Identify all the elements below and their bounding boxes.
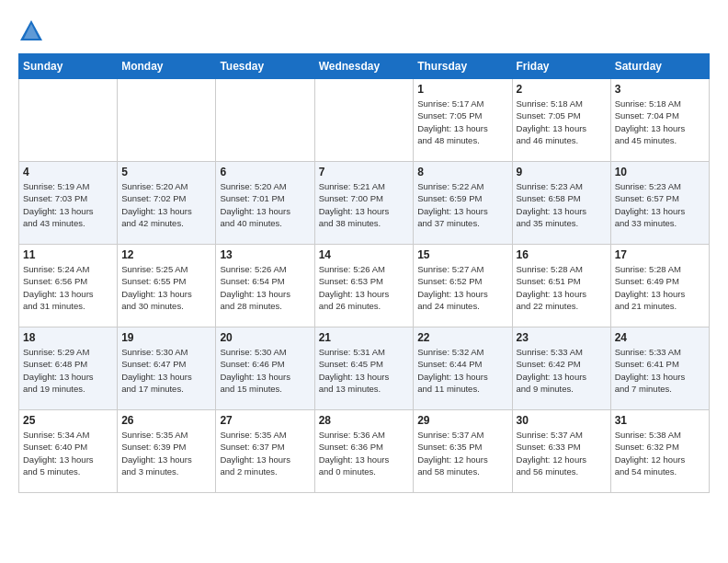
day-info: Sunrise: 5:29 AM Sunset: 6:48 PM Dayligh… (23, 346, 113, 395)
day-number: 17 (615, 248, 705, 261)
calendar-cell: 14Sunrise: 5:26 AM Sunset: 6:53 PM Dayli… (314, 245, 414, 327)
day-info: Sunrise: 5:21 AM Sunset: 7:00 PM Dayligh… (319, 180, 410, 229)
day-info: Sunrise: 5:18 AM Sunset: 7:05 PM Dayligh… (517, 98, 607, 146)
day-info: Sunrise: 5:23 AM Sunset: 6:57 PM Dayligh… (615, 180, 705, 229)
calendar-cell (19, 79, 118, 162)
calendar-header-row: SundayMondayTuesdayWednesdayThursdayFrid… (19, 54, 710, 79)
calendar-cell: 25Sunrise: 5:34 AM Sunset: 6:40 PM Dayli… (19, 410, 118, 493)
calendar-cell: 9Sunrise: 5:23 AM Sunset: 6:58 PM Daylig… (512, 162, 610, 245)
calendar-cell: 23Sunrise: 5:33 AM Sunset: 6:42 PM Dayli… (512, 327, 610, 410)
day-number: 18 (23, 331, 113, 344)
calendar-cell: 16Sunrise: 5:28 AM Sunset: 6:51 PM Dayli… (512, 245, 610, 327)
calendar-week-4: 18Sunrise: 5:29 AM Sunset: 6:48 PM Dayli… (19, 327, 710, 410)
day-number: 1 (417, 83, 507, 96)
calendar-cell: 29Sunrise: 5:37 AM Sunset: 6:35 PM Dayli… (414, 410, 512, 493)
page-header (18, 18, 710, 44)
calendar-week-2: 4Sunrise: 5:19 AM Sunset: 7:03 PM Daylig… (19, 162, 710, 245)
calendar-cell: 26Sunrise: 5:35 AM Sunset: 6:39 PM Dayli… (118, 410, 216, 493)
day-info: Sunrise: 5:30 AM Sunset: 6:46 PM Dayligh… (220, 346, 310, 395)
day-number: 11 (23, 248, 113, 261)
calendar-cell: 2Sunrise: 5:18 AM Sunset: 7:05 PM Daylig… (512, 79, 610, 162)
day-number: 6 (220, 166, 310, 178)
day-number: 29 (417, 414, 507, 427)
day-info: Sunrise: 5:37 AM Sunset: 6:33 PM Dayligh… (517, 429, 607, 477)
calendar-cell: 19Sunrise: 5:30 AM Sunset: 6:47 PM Dayli… (118, 327, 216, 410)
day-number: 3 (615, 83, 705, 96)
day-info: Sunrise: 5:18 AM Sunset: 7:04 PM Dayligh… (615, 98, 705, 146)
day-number: 25 (23, 414, 113, 427)
day-header-thursday: Thursday (414, 54, 512, 79)
calendar-cell: 5Sunrise: 5:20 AM Sunset: 7:02 PM Daylig… (118, 162, 216, 245)
logo (18, 18, 48, 44)
calendar-cell: 28Sunrise: 5:36 AM Sunset: 6:36 PM Dayli… (314, 410, 414, 493)
calendar-cell: 8Sunrise: 5:22 AM Sunset: 6:59 PM Daylig… (414, 162, 512, 245)
day-info: Sunrise: 5:38 AM Sunset: 6:32 PM Dayligh… (615, 429, 705, 477)
day-number: 4 (23, 166, 113, 178)
day-info: Sunrise: 5:37 AM Sunset: 6:35 PM Dayligh… (417, 429, 507, 477)
day-info: Sunrise: 5:28 AM Sunset: 6:49 PM Dayligh… (615, 263, 705, 312)
calendar-cell: 17Sunrise: 5:28 AM Sunset: 6:49 PM Dayli… (610, 245, 709, 327)
day-number: 20 (220, 331, 310, 344)
calendar-cell: 18Sunrise: 5:29 AM Sunset: 6:48 PM Dayli… (19, 327, 118, 410)
day-info: Sunrise: 5:17 AM Sunset: 7:05 PM Dayligh… (417, 98, 507, 146)
day-number: 7 (319, 166, 410, 178)
calendar-cell: 27Sunrise: 5:35 AM Sunset: 6:37 PM Dayli… (216, 410, 314, 493)
day-info: Sunrise: 5:19 AM Sunset: 7:03 PM Dayligh… (23, 180, 113, 229)
day-info: Sunrise: 5:33 AM Sunset: 6:41 PM Dayligh… (615, 346, 705, 395)
calendar-week-3: 11Sunrise: 5:24 AM Sunset: 6:56 PM Dayli… (19, 245, 710, 327)
day-number: 21 (319, 331, 410, 344)
day-number: 28 (319, 414, 410, 427)
day-info: Sunrise: 5:30 AM Sunset: 6:47 PM Dayligh… (121, 346, 211, 395)
day-info: Sunrise: 5:35 AM Sunset: 6:39 PM Dayligh… (121, 429, 211, 477)
day-info: Sunrise: 5:36 AM Sunset: 6:36 PM Dayligh… (319, 429, 410, 477)
day-header-tuesday: Tuesday (216, 54, 314, 79)
day-number: 15 (417, 248, 507, 261)
day-number: 24 (615, 331, 705, 344)
calendar-cell: 11Sunrise: 5:24 AM Sunset: 6:56 PM Dayli… (19, 245, 118, 327)
calendar-cell: 24Sunrise: 5:33 AM Sunset: 6:41 PM Dayli… (610, 327, 709, 410)
day-info: Sunrise: 5:22 AM Sunset: 6:59 PM Dayligh… (417, 180, 507, 229)
calendar-cell (118, 79, 216, 162)
calendar-cell (314, 79, 414, 162)
calendar-cell: 22Sunrise: 5:32 AM Sunset: 6:44 PM Dayli… (414, 327, 512, 410)
day-number: 22 (417, 331, 507, 344)
day-info: Sunrise: 5:24 AM Sunset: 6:56 PM Dayligh… (23, 263, 113, 312)
calendar-week-1: 1Sunrise: 5:17 AM Sunset: 7:05 PM Daylig… (19, 79, 710, 162)
day-header-monday: Monday (118, 54, 216, 79)
calendar-cell: 13Sunrise: 5:26 AM Sunset: 6:54 PM Dayli… (216, 245, 314, 327)
calendar-cell: 3Sunrise: 5:18 AM Sunset: 7:04 PM Daylig… (610, 79, 709, 162)
day-info: Sunrise: 5:26 AM Sunset: 6:53 PM Dayligh… (319, 263, 410, 312)
calendar-cell: 15Sunrise: 5:27 AM Sunset: 6:52 PM Dayli… (414, 245, 512, 327)
day-info: Sunrise: 5:34 AM Sunset: 6:40 PM Dayligh… (23, 429, 113, 477)
calendar-cell: 20Sunrise: 5:30 AM Sunset: 6:46 PM Dayli… (216, 327, 314, 410)
day-number: 9 (517, 166, 607, 178)
day-number: 13 (220, 248, 310, 261)
day-header-sunday: Sunday (19, 54, 118, 79)
calendar-week-5: 25Sunrise: 5:34 AM Sunset: 6:40 PM Dayli… (19, 410, 710, 493)
day-info: Sunrise: 5:26 AM Sunset: 6:54 PM Dayligh… (220, 263, 310, 312)
day-info: Sunrise: 5:28 AM Sunset: 6:51 PM Dayligh… (517, 263, 607, 312)
calendar-cell: 4Sunrise: 5:19 AM Sunset: 7:03 PM Daylig… (19, 162, 118, 245)
day-header-friday: Friday (512, 54, 610, 79)
calendar-cell: 1Sunrise: 5:17 AM Sunset: 7:05 PM Daylig… (414, 79, 512, 162)
day-info: Sunrise: 5:20 AM Sunset: 7:02 PM Dayligh… (121, 180, 211, 229)
day-info: Sunrise: 5:23 AM Sunset: 6:58 PM Dayligh… (517, 180, 607, 229)
day-info: Sunrise: 5:31 AM Sunset: 6:45 PM Dayligh… (319, 346, 410, 395)
day-number: 10 (615, 166, 705, 178)
calendar-cell: 12Sunrise: 5:25 AM Sunset: 6:55 PM Dayli… (118, 245, 216, 327)
day-number: 2 (517, 83, 607, 96)
day-info: Sunrise: 5:27 AM Sunset: 6:52 PM Dayligh… (417, 263, 507, 312)
day-number: 19 (121, 331, 211, 344)
day-number: 27 (220, 414, 310, 427)
day-info: Sunrise: 5:35 AM Sunset: 6:37 PM Dayligh… (220, 429, 310, 477)
calendar-cell: 7Sunrise: 5:21 AM Sunset: 7:00 PM Daylig… (314, 162, 414, 245)
calendar-cell: 6Sunrise: 5:20 AM Sunset: 7:01 PM Daylig… (216, 162, 314, 245)
day-number: 26 (121, 414, 211, 427)
day-number: 23 (517, 331, 607, 344)
calendar-cell: 30Sunrise: 5:37 AM Sunset: 6:33 PM Dayli… (512, 410, 610, 493)
calendar-cell: 21Sunrise: 5:31 AM Sunset: 6:45 PM Dayli… (314, 327, 414, 410)
day-header-wednesday: Wednesday (314, 54, 414, 79)
day-info: Sunrise: 5:33 AM Sunset: 6:42 PM Dayligh… (517, 346, 607, 395)
logo-icon (18, 18, 44, 44)
day-number: 31 (615, 414, 705, 427)
